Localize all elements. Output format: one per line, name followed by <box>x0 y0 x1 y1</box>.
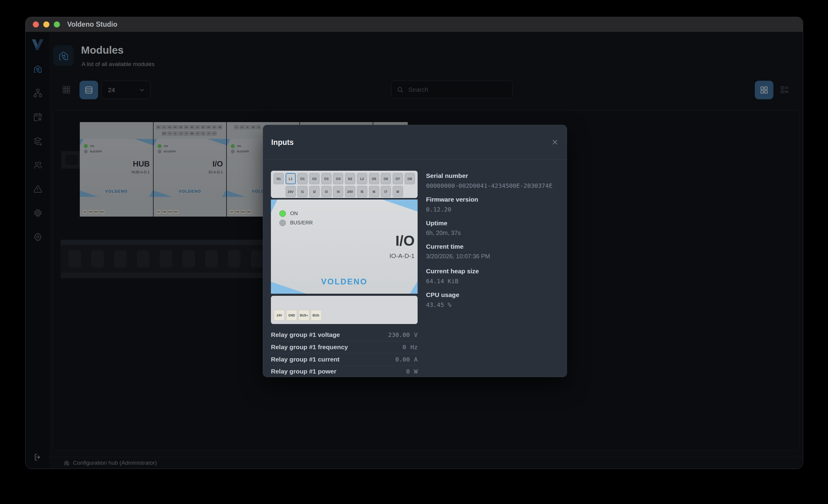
module-details: Serial number 00000000-002D0041-4234500E… <box>426 172 559 315</box>
led-dot <box>279 220 286 226</box>
reading-row: Relay group #1 frequency 0Hz <box>271 341 418 353</box>
led-dot <box>279 210 286 217</box>
reading-row: Relay group #1 power 0W <box>271 366 418 377</box>
terminal-button[interactable]: N2 <box>345 173 355 184</box>
terminal-button[interactable]: I1 <box>297 186 307 197</box>
titlebar: Voldeno Studio <box>26 17 803 32</box>
detail-heap-size: Current heap size 64.14 KiB <box>426 267 559 285</box>
modal-title: Inputs <box>271 138 294 147</box>
terminal-button[interactable]: O1 <box>297 173 307 184</box>
terminal-button[interactable]: O8 <box>405 173 415 184</box>
module-leds: ON BUS/ERR <box>279 210 313 226</box>
led-label: ON <box>290 211 298 217</box>
minimize-window-button[interactable] <box>43 21 49 28</box>
relay-readings: Relay group #1 voltage 230.00V Relay gro… <box>271 329 418 377</box>
terminal-button[interactable]: I8 <box>393 186 403 197</box>
module-face: ON BUS/ERR I/O IO-A-D-1 VOLDENO <box>271 200 418 294</box>
terminal-button[interactable]: 24V <box>286 186 296 197</box>
terminal-button[interactable]: O2 <box>309 173 320 184</box>
module-name: I/O <box>396 233 415 249</box>
module-top-terminals: N1L1O1O2O3O4N2L2O5O6O7O8 24VI1I2I3I424VI… <box>271 171 418 198</box>
terminal-button[interactable]: O3 <box>321 173 331 184</box>
close-button[interactable] <box>551 138 559 146</box>
module-bottom-terminals: 24VGNDBUS+BUS- <box>271 296 418 324</box>
module-brand: VOLDENO <box>271 277 418 287</box>
close-icon <box>551 138 559 146</box>
terminal-button[interactable]: I4 <box>333 186 343 197</box>
led-label: BUS/ERR <box>290 220 313 226</box>
terminal-button[interactable]: 24V <box>345 186 355 197</box>
app-window: Voldeno Studio <box>25 17 803 469</box>
detail-firmware-version: Firmware version 0.12.20 <box>426 196 559 213</box>
detail-current-time: Current time 3/20/2026, 10:07:36 PM <box>426 243 559 260</box>
terminal-button[interactable]: O6 <box>381 173 391 184</box>
terminal-button[interactable]: L1 <box>286 173 296 184</box>
traffic-lights <box>33 21 60 28</box>
terminal-button[interactable]: 24V <box>274 310 285 321</box>
terminal-button[interactable]: I6 <box>369 186 379 197</box>
terminal-button[interactable]: O5 <box>369 173 379 184</box>
terminal-button[interactable]: I2 <box>309 186 320 197</box>
corner-triangle <box>382 200 418 211</box>
terminal-button[interactable]: I5 <box>357 186 367 197</box>
reading-row: Relay group #1 current 0.00A <box>271 353 418 366</box>
module-model: IO-A-D-1 <box>389 252 415 259</box>
window-title: Voldeno Studio <box>67 20 117 29</box>
terminal-button[interactable]: BUS+ <box>298 310 309 321</box>
terminal-button[interactable]: O7 <box>393 173 403 184</box>
terminal-button[interactable]: N1 <box>274 173 284 184</box>
terminal-button[interactable]: I3 <box>321 186 331 197</box>
inputs-modal: Inputs N1L1O1O2O3O4N2L2O5O6O7O8 24VI1I2I… <box>263 125 567 377</box>
terminal-button[interactable]: BUS- <box>311 310 322 321</box>
terminal-button[interactable]: GND <box>286 310 297 321</box>
reading-row: Relay group #1 voltage 230.00V <box>271 329 418 341</box>
modal-header: Inputs <box>263 125 567 160</box>
terminal-button[interactable]: O4 <box>333 173 343 184</box>
terminal-button[interactable]: L2 <box>357 173 367 184</box>
terminal-button[interactable]: I7 <box>381 186 391 197</box>
close-window-button[interactable] <box>33 21 39 28</box>
detail-cpu-usage: CPU usage 43.45 % <box>426 291 559 308</box>
corner-triangle <box>271 200 278 213</box>
app-body: Modules A list of all available modules … <box>26 32 803 469</box>
detail-serial-number: Serial number 00000000-002D0041-4234500E… <box>426 172 559 189</box>
zoom-window-button[interactable] <box>54 21 60 28</box>
detail-uptime: Uptime 6h, 20m, 37s <box>426 220 559 237</box>
